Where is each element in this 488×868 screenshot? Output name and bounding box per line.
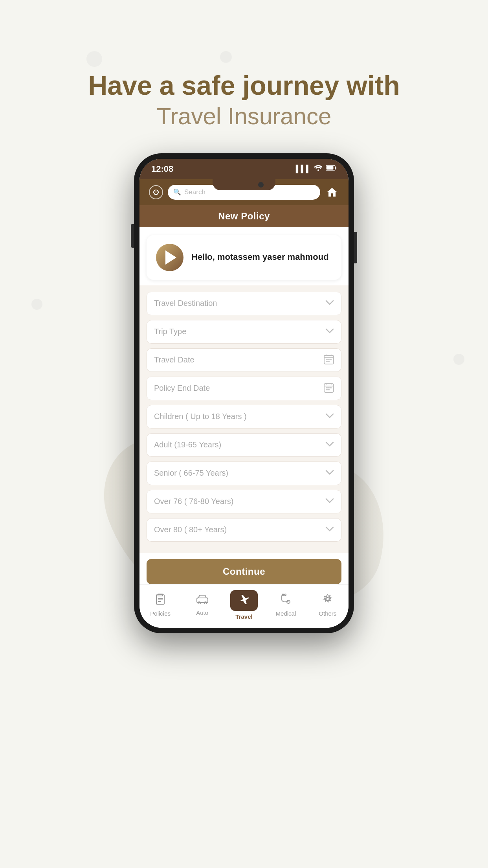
form-field-label-4: Children ( Up to 18 Years ) [154, 412, 247, 421]
nav-item-medical[interactable]: Medical [265, 593, 306, 617]
chevron-down-icon [325, 470, 334, 477]
nav-label-others: Others [319, 610, 336, 617]
page-title-bar: New Policy [139, 205, 349, 227]
logo-play-icon [165, 250, 176, 265]
status-icons: ▌▌▌ [296, 165, 337, 173]
nav-icon-travel [238, 593, 250, 608]
svg-point-0 [317, 169, 319, 171]
calendar-icon [324, 354, 334, 366]
company-logo [156, 244, 183, 271]
nav-icon-policies [154, 593, 166, 608]
form-field-3[interactable]: Policy End Date [147, 377, 341, 400]
chevron-down-icon [325, 441, 334, 449]
home-button[interactable] [325, 185, 339, 199]
chevron-down-icon [325, 328, 334, 335]
svg-rect-2 [335, 167, 336, 169]
form-field-label-5: Adult (19-65 Years) [154, 440, 221, 449]
svg-rect-17 [326, 387, 328, 388]
greeting-text: Hello, motassem yaser mahmoud [191, 251, 329, 263]
nav-label-travel: Travel [235, 613, 252, 620]
form-field-5[interactable]: Adult (19-65 Years) [147, 433, 341, 457]
continue-button[interactable]: Continue [147, 559, 341, 584]
form-field-label-8: Over 80 ( 80+ Years) [154, 525, 227, 534]
bg-decoration-4 [453, 354, 464, 365]
svg-rect-8 [326, 359, 328, 360]
form-field-8[interactable]: Over 80 ( 80+ Years) [147, 518, 341, 542]
phone-wrapper: 12:08 ▌▌▌ [134, 153, 354, 633]
notch [213, 179, 275, 190]
form-field-0[interactable]: Travel Destination [147, 292, 341, 315]
header-section: Have a safe journey with Travel Insuranc… [88, 71, 400, 130]
camera [258, 182, 264, 188]
header-subtitle: Travel Insurance [88, 103, 400, 130]
svg-rect-21 [328, 389, 330, 390]
nav-item-policies[interactable]: Policies [139, 593, 181, 617]
phone-frame: 12:08 ▌▌▌ [134, 153, 354, 633]
form-field-6[interactable]: Senior ( 66-75 Years) [147, 462, 341, 485]
form-content: Travel Destination Trip Type Travel Date… [139, 285, 349, 553]
chevron-down-icon [325, 498, 334, 505]
page-title: New Policy [218, 211, 270, 221]
battery-icon [326, 165, 337, 173]
form-field-7[interactable]: Over 76 ( 76-80 Years) [147, 490, 341, 513]
form-field-4[interactable]: Children ( Up to 18 Years ) [147, 405, 341, 428]
search-icon: 🔍 [173, 188, 181, 196]
form-field-label-6: Senior ( 66-75 Years) [154, 469, 228, 478]
nav-active-bg [230, 590, 258, 611]
form-field-label-1: Trip Type [154, 327, 186, 336]
bottom-nav: Policies Auto Travel Medical Others [139, 584, 349, 628]
svg-rect-20 [326, 389, 328, 390]
form-field-label-7: Over 76 ( 76-80 Years) [154, 497, 233, 506]
nav-icon-medical [280, 593, 292, 608]
svg-rect-12 [328, 361, 330, 362]
form-field-2[interactable]: Travel Date [147, 348, 341, 372]
nav-label-medical: Medical [276, 610, 296, 617]
status-time: 12:08 [151, 164, 173, 174]
svg-rect-3 [327, 166, 334, 170]
svg-point-32 [284, 594, 286, 596]
nav-label-policies: Policies [150, 610, 171, 617]
header-title: Have a safe journey with [88, 71, 400, 100]
status-bar: 12:08 ▌▌▌ [139, 159, 349, 179]
hello-card: Hello, motassem yaser mahmoud [147, 235, 341, 280]
svg-rect-19 [330, 387, 332, 388]
svg-rect-10 [330, 359, 332, 360]
signal-icon: ▌▌▌ [296, 165, 311, 173]
form-field-label-3: Policy End Date [154, 384, 210, 393]
chevron-down-icon [325, 413, 334, 420]
svg-rect-18 [328, 387, 330, 388]
chevron-down-icon [325, 300, 334, 307]
continue-button-label: Continue [223, 566, 265, 577]
svg-rect-11 [326, 361, 328, 362]
nav-label-auto: Auto [196, 609, 208, 616]
nav-item-travel[interactable]: Travel [223, 590, 265, 620]
svg-rect-9 [328, 359, 330, 360]
bg-decoration-2 [220, 51, 232, 63]
phone-screen: 12:08 ▌▌▌ [139, 159, 349, 628]
chevron-down-icon [325, 526, 334, 533]
search-placeholder: Search [184, 188, 205, 196]
nav-item-others[interactable]: Others [307, 593, 349, 617]
power-button[interactable]: ⏻ [149, 185, 163, 199]
nav-icon-others [322, 593, 334, 608]
form-field-label-2: Travel Date [154, 355, 194, 364]
calendar-icon [324, 383, 334, 394]
form-field-label-0: Travel Destination [154, 299, 217, 308]
bg-decoration-3 [31, 299, 42, 310]
bg-decoration-1 [86, 51, 102, 67]
power-icon: ⏻ [153, 189, 159, 196]
form-field-1[interactable]: Trip Type [147, 320, 341, 344]
wifi-icon [314, 165, 323, 173]
nav-icon-auto [196, 594, 209, 607]
nav-item-auto[interactable]: Auto [181, 594, 223, 616]
